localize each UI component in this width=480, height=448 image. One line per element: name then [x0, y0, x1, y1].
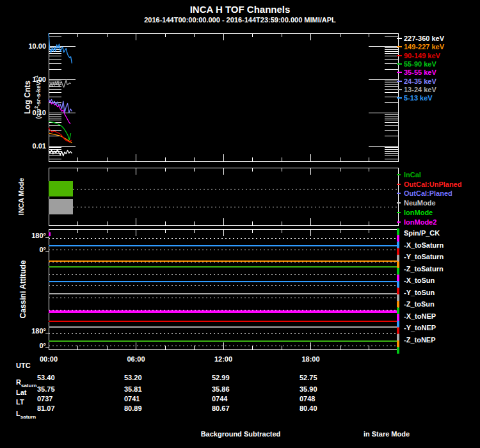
attitude-ylabel: Cassini Attitude: [19, 260, 28, 319]
attitude-edge-tick: [397, 242, 399, 248]
ephemeris-value: 35.86: [212, 385, 230, 393]
attitude-edge-tick: [397, 281, 399, 287]
attitude-edge-tick: [397, 288, 399, 294]
mode-legend-label: NeuMode: [404, 199, 436, 207]
attitude-edge-tick: [397, 262, 399, 268]
spectrum-legend-label: 149-227 keV: [404, 43, 444, 51]
ephemeris-value: 52.99: [212, 374, 230, 381]
spectrum-ytick-label: 0.01: [33, 142, 46, 150]
ephemeris-value: 81.07: [37, 404, 55, 412]
ephemeris-value: 0741: [124, 395, 140, 403]
mode-legend-label: OutCal:Planed: [404, 189, 452, 197]
spectrum-trace-55-90-keV: [49, 121, 71, 140]
utc-axis-label: UTC: [16, 362, 31, 369]
ephemeris-row-label-LT: LT: [16, 398, 24, 406]
utc-tick-label: 00:00: [40, 355, 58, 363]
mode-legend-label: IonMode2: [404, 218, 436, 226]
attitude-legend-label: -Y_toSun: [404, 289, 435, 296]
attitude-edge-tick: [397, 235, 399, 241]
spectrum-legend-label: 227-360 keV: [404, 35, 444, 42]
attitude-ytick-label: 0°: [39, 246, 46, 253]
attitude-legend-label: Spin/P_CK: [404, 229, 440, 237]
spectrum-trace-24-35-keV: [49, 99, 72, 113]
spectrum-ytick-label: 1.00: [33, 76, 46, 83]
spectrum-legend-label: 5-13 keV: [404, 94, 433, 102]
attitude-ytick-label: 180°: [31, 232, 46, 239]
attitude-legend-label: -X_toNEP: [404, 312, 436, 320]
attitude-legend-label: -X_toSaturn: [404, 241, 444, 249]
ephemeris-row-label-Lat: Lat: [16, 388, 27, 396]
utc-tick-label: 12:00: [214, 355, 232, 363]
attitude-edge-tick: [397, 228, 399, 235]
attitude-legend-label: -X_toSun: [404, 276, 435, 284]
ephemeris-value: 0737: [37, 395, 52, 403]
footer-note-center: Background Subtracted: [201, 430, 281, 438]
neu-mode-bar: [49, 199, 73, 214]
attitude-frame: [49, 229, 398, 349]
mode-legend-label: IonMode: [404, 209, 433, 216]
spectrum-ytick-label: 10.00: [28, 42, 46, 50]
ephemeris-row-label-L: Lsaturn: [16, 410, 36, 417]
spectrum-legend-label: 13-24 keV: [404, 86, 436, 93]
attitude-legend-label: -Z_toSun: [404, 300, 435, 308]
spectrum-trace-5-13-keV: [49, 33, 72, 63]
spectrum-ytick-label: 0.10: [33, 109, 46, 116]
attitude-edge-tick: [397, 340, 399, 347]
utc-tick-label: 06:00: [127, 355, 145, 363]
mode-ylabel: INCA Mode: [17, 178, 25, 215]
attitude-edge-tick: [397, 334, 399, 340]
attitude-legend-label: -Y_toSaturn: [404, 253, 444, 260]
ephemeris-row-label-R: Rsaturn: [16, 378, 36, 386]
spectrum-trace-227-360-keV: [49, 150, 72, 156]
attitude-edge-tick: [397, 321, 399, 327]
ephemeris-value: 53.40: [37, 374, 55, 381]
ephemeris-value: 0744: [212, 395, 227, 403]
attitude-edge-tick: [397, 301, 399, 307]
mode-frame: [49, 168, 398, 225]
ephemeris-value: 53.20: [124, 374, 142, 381]
ephemeris-value: 35.90: [300, 385, 317, 393]
attitude-edge-tick: [397, 275, 399, 281]
plot-title: INCA H TOF Channels: [190, 4, 291, 15]
attitude-edge-tick: [397, 248, 399, 255]
attitude-legend-label: -Y_toNEP: [404, 324, 436, 332]
ephemeris-value: 80.89: [124, 404, 142, 412]
attitude-edge-tick: [397, 308, 399, 314]
inca-tof-plot: INCA H TOF Channels 2016-144T00:00:00.00…: [0, 0, 480, 448]
attitude-edge-tick: [397, 294, 399, 301]
attitude-edge-tick: [397, 268, 399, 275]
ephemeris-value: 52.75: [300, 374, 317, 381]
attitude-legend-label: -Z_toNEP: [404, 336, 436, 344]
mode-legend-label: InCal: [404, 171, 421, 179]
attitude-legend-label: -Z_toSaturn: [404, 265, 444, 273]
attitude-edge-tick: [397, 347, 399, 353]
spectrum-frame: [49, 33, 398, 161]
ephemeris-value: 80.40: [300, 404, 317, 412]
attitude-edge-tick: [397, 328, 399, 334]
ephemeris-value: 0748: [300, 395, 315, 403]
footer-note-right: in Stare Mode: [364, 430, 410, 438]
spectrum-ylabel: Log Cnts: [23, 81, 32, 114]
attitude-ytick-label: 180°: [31, 327, 46, 335]
spectrum-legend-label: 55-90 keV: [404, 60, 436, 68]
plot-subtitle: 2016-144T00:00:00.000 - 2016-144T23:59:0…: [144, 16, 336, 24]
attitude-ytick-label: 0°: [39, 342, 46, 349]
utc-tick-label: 18:00: [301, 355, 319, 363]
ion-mode-bar: [49, 181, 73, 196]
spectrum-legend-label: 24-35 keV: [404, 77, 436, 85]
ephemeris-value: 80.67: [212, 404, 230, 412]
ephemeris-value: 35.75: [37, 385, 55, 393]
spectrum-legend-label: 90-149 keV: [404, 52, 440, 60]
ephemeris-value: 35.81: [124, 385, 142, 393]
attitude-edge-tick: [397, 314, 399, 321]
spectrum-legend-label: 35-55 keV: [404, 68, 436, 76]
mode-legend-label: OutCal:UnPlaned: [404, 180, 461, 188]
attitude-edge-tick: [397, 255, 399, 261]
